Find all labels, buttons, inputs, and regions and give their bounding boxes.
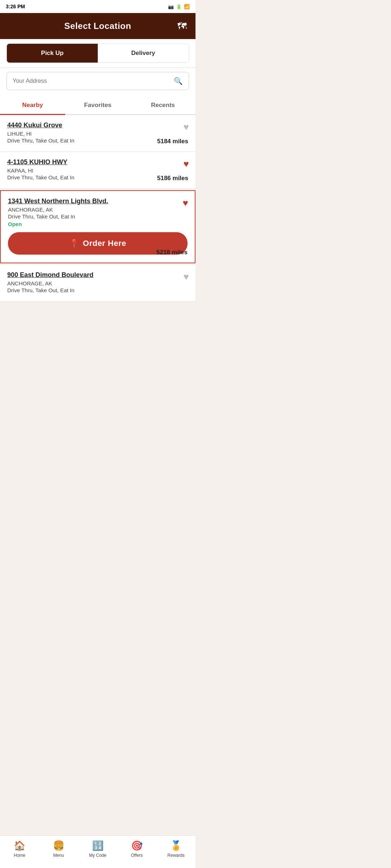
address-input[interactable] [13, 78, 174, 84]
search-icon: 🔍 [174, 77, 183, 85]
location-name: 4440 Kukui Grove [7, 122, 188, 129]
favorite-button[interactable]: ♥ [184, 122, 189, 133]
location-name: 900 East Dimond Boulevard [7, 271, 188, 279]
location-city: KAPAA, HI [7, 167, 188, 174]
location-city: LIHUE, HI [7, 131, 188, 137]
header-title: Select Location [23, 21, 172, 31]
order-here-label: Order Here [83, 239, 126, 248]
favorite-button[interactable]: ♥ [184, 158, 189, 170]
header: Select Location 🗺 [0, 13, 196, 39]
order-type-toggle: Pick Up Delivery [7, 43, 189, 63]
location-item-selected[interactable]: 1341 West Northern Lights Blvd. ANCHORAG… [0, 190, 196, 263]
location-item[interactable]: 4-1105 KUHIO HWY KAPAA, HI Drive Thru, T… [0, 152, 196, 189]
location-services: Drive Thru, Take Out, Eat In [7, 287, 188, 293]
location-city: ANCHORAGE, AK [8, 207, 188, 213]
tab-nearby[interactable]: Nearby [0, 97, 65, 115]
delivery-button[interactable]: Delivery [98, 44, 189, 63]
location-open-status: Open [8, 221, 188, 227]
location-name: 4-1105 KUHIO HWY [7, 158, 188, 166]
location-item[interactable]: 4440 Kukui Grove LIHUE, HI Drive Thru, T… [0, 115, 196, 152]
search-container: 🔍 [0, 68, 196, 96]
location-item[interactable]: 900 East Dimond Boulevard ANCHORAGE, AK … [0, 265, 196, 302]
search-box: 🔍 [7, 72, 189, 90]
location-distance: 5184 miles [157, 138, 188, 145]
location-tabs: Nearby Favorites Recents [0, 96, 196, 115]
location-distance: 5218 miles [156, 249, 188, 256]
battery-icon: 🔋 [176, 4, 182, 9]
tab-recents[interactable]: Recents [130, 97, 196, 115]
video-icon: 📷 [168, 4, 174, 9]
wifi-icon: 📶 [184, 4, 190, 9]
status-time: 3:26 PM [6, 4, 25, 9]
pin-icon: 📍 [69, 239, 79, 248]
pickup-button[interactable]: Pick Up [7, 44, 98, 63]
location-distance: 5186 miles [157, 175, 188, 182]
locations-list: 4440 Kukui Grove LIHUE, HI Drive Thru, T… [0, 115, 196, 302]
favorite-button[interactable]: ♥ [184, 271, 189, 282]
favorite-button[interactable]: ♥ [183, 197, 188, 209]
location-services: Drive Thru, Take Out, Eat In [8, 213, 188, 220]
tab-favorites[interactable]: Favorites [65, 97, 130, 115]
status-icons: 📷 🔋 📶 [168, 4, 190, 9]
location-city: ANCHORAGE, AK [7, 280, 188, 286]
location-name: 1341 West Northern Lights Blvd. [8, 197, 188, 205]
toggle-container: Pick Up Delivery [0, 39, 196, 68]
map-icon[interactable]: 🗺 [172, 21, 187, 32]
status-bar: 3:26 PM 📷 🔋 📶 [0, 0, 196, 13]
